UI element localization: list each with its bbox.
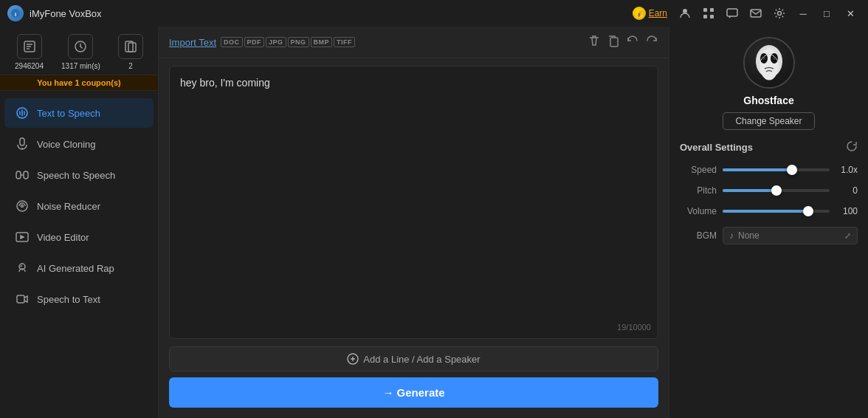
- speed-label: Speed: [680, 165, 717, 175]
- sidebar-item-label: Speech to Text: [37, 294, 100, 305]
- volume-setting: Volume 100: [680, 206, 858, 216]
- sidebar-item-speech-to-speech[interactable]: Speech to Speech: [4, 160, 154, 190]
- svg-text:i: i: [15, 11, 16, 18]
- text-editor[interactable]: hey bro, I'm coming: [169, 66, 658, 339]
- bgm-setting: BGM ♪ None ⤢: [680, 227, 858, 244]
- stat-mins: 1317 min(s): [61, 34, 100, 70]
- svg-rect-17: [24, 171, 28, 179]
- svg-point-29: [773, 57, 776, 60]
- doc-icon[interactable]: DOC: [221, 37, 243, 47]
- earn-button[interactable]: 💰 Earn: [628, 5, 672, 21]
- toolbar-actions: [588, 34, 658, 50]
- delete-icon[interactable]: [588, 34, 601, 50]
- settings-header: Overall Settings: [680, 140, 858, 154]
- bgm-value: None: [738, 230, 840, 241]
- chars-value: 2946204: [15, 62, 44, 70]
- volume-fill: [723, 210, 808, 213]
- video-editor-icon: [15, 230, 30, 244]
- settings-icon-btn[interactable]: [769, 3, 790, 24]
- svg-rect-7: [727, 9, 737, 16]
- text-to-speech-icon: [15, 106, 30, 120]
- pitch-thumb[interactable]: [771, 185, 782, 196]
- sidebar-item-noise-reducer[interactable]: Noise Reducer: [4, 191, 154, 221]
- generate-label: → Generate: [382, 386, 444, 399]
- grid-icon-btn[interactable]: [698, 3, 719, 24]
- settings-reset-icon[interactable]: [846, 140, 858, 154]
- user-icon-btn[interactable]: [675, 3, 695, 24]
- bgm-label: BGM: [680, 230, 717, 241]
- redo-icon[interactable]: [645, 34, 658, 50]
- close-button[interactable]: ✕: [840, 3, 861, 24]
- svg-point-19: [21, 205, 24, 208]
- files-icon: [118, 34, 143, 59]
- svg-rect-5: [703, 15, 707, 18]
- undo-icon[interactable]: [626, 34, 639, 50]
- svg-rect-4: [710, 8, 714, 12]
- pitch-setting: Pitch 0: [680, 185, 858, 196]
- pitch-track: [723, 189, 830, 192]
- png-icon[interactable]: PNG: [288, 37, 309, 47]
- pitch-slider[interactable]: [723, 189, 830, 192]
- sidebar-item-speech-to-text[interactable]: Speech to Text: [4, 284, 154, 314]
- svg-point-18: [17, 201, 27, 211]
- sidebar-item-video-editor[interactable]: Video Editor: [4, 222, 154, 252]
- pitch-label: Pitch: [680, 185, 717, 196]
- svg-rect-6: [710, 15, 714, 18]
- svg-rect-16: [16, 171, 21, 179]
- mins-icon: [68, 34, 93, 59]
- app-logo: i: [7, 5, 24, 21]
- sidebar-item-voice-cloning[interactable]: Voice Cloning: [4, 129, 154, 159]
- svg-point-28: [762, 57, 765, 60]
- speech-to-speech-icon: [15, 168, 30, 182]
- svg-point-2: [683, 9, 687, 13]
- svg-rect-23: [610, 38, 618, 47]
- content-toolbar: Import Text DOC PDF JPG PNG BMP TIFF: [159, 27, 669, 58]
- sidebar-item-label: Speech to Speech: [37, 170, 115, 181]
- sidebar-item-label: Text to Speech: [37, 108, 100, 119]
- app-title: iMyFone VoxBox: [30, 8, 102, 19]
- speaker-avatar: [743, 37, 795, 89]
- bgm-expand-icon[interactable]: ⤢: [844, 231, 851, 241]
- minimize-button[interactable]: ─: [793, 3, 813, 24]
- jpg-icon[interactable]: JPG: [266, 37, 286, 47]
- volume-thumb[interactable]: [803, 206, 813, 216]
- sidebar-item-text-to-speech[interactable]: Text to Speech: [4, 98, 154, 128]
- sidebar-item-label: AI Generated Rap: [37, 263, 114, 274]
- speaker-name: Ghostface: [743, 95, 793, 106]
- chat-icon-btn[interactable]: [722, 3, 743, 24]
- tiff-icon[interactable]: TIFF: [334, 37, 355, 47]
- stat-chars: 2946204: [15, 34, 44, 70]
- files-value: 2: [128, 62, 133, 70]
- earn-label: Earn: [649, 8, 667, 18]
- svg-rect-13: [128, 43, 136, 52]
- speed-thumb[interactable]: [787, 165, 797, 175]
- maximize-button[interactable]: □: [816, 3, 837, 24]
- settings-title: Overall Settings: [680, 142, 753, 153]
- change-speaker-button[interactable]: Change Speaker: [723, 112, 814, 130]
- volume-track: [723, 210, 830, 213]
- pdf-icon[interactable]: PDF: [244, 37, 265, 47]
- bgm-control[interactable]: ♪ None ⤢: [723, 227, 858, 244]
- svg-rect-8: [751, 10, 761, 17]
- speed-track: [723, 168, 830, 171]
- main-layout: 2946204 1317 min(s) 2 You have 1 coupon(…: [0, 27, 868, 418]
- sidebar-nav: Text to Speech Voice Cloning Speech to S…: [0, 91, 158, 418]
- bmp-icon[interactable]: BMP: [311, 37, 333, 47]
- sidebar-item-label: Video Editor: [37, 232, 89, 243]
- mail-icon-btn[interactable]: [745, 3, 766, 24]
- volume-label: Volume: [680, 206, 717, 216]
- svg-rect-15: [20, 138, 24, 145]
- coin-icon: 💰: [633, 7, 646, 20]
- speech-to-text-icon: [15, 292, 30, 306]
- sidebar-item-ai-generated-rap[interactable]: AI Generated Rap: [4, 253, 154, 283]
- sidebar-item-label: Voice Cloning: [37, 139, 96, 150]
- speed-slider[interactable]: [723, 168, 830, 171]
- import-text-button[interactable]: Import Text: [169, 37, 216, 48]
- text-area-container: hey bro, I'm coming 19/10000: [159, 58, 669, 346]
- file-type-icons: DOC PDF JPG PNG BMP TIFF: [221, 37, 355, 47]
- generate-button[interactable]: → Generate: [169, 377, 658, 408]
- copy-icon[interactable]: [607, 34, 620, 50]
- sidebar: 2946204 1317 min(s) 2 You have 1 coupon(…: [0, 27, 159, 418]
- add-line-button[interactable]: Add a Line / Add a Speaker: [169, 346, 658, 371]
- volume-slider[interactable]: [723, 210, 830, 213]
